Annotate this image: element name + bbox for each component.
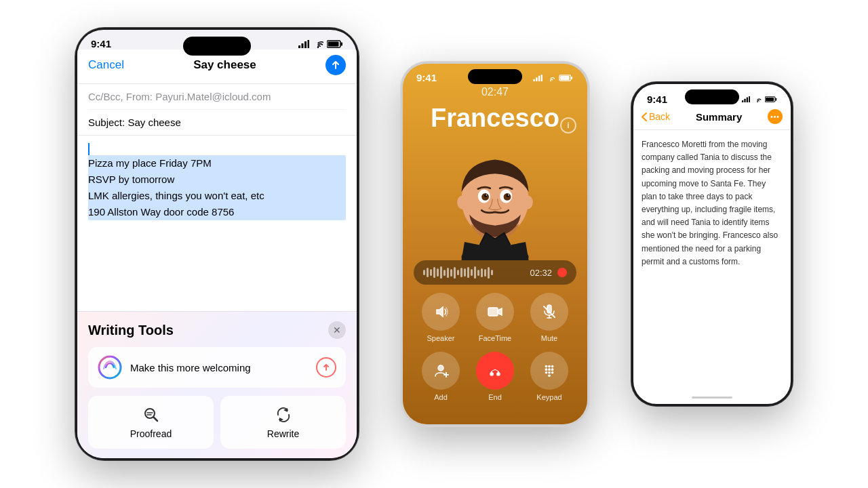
svg-point-34 bbox=[486, 195, 488, 196]
svg-line-10 bbox=[153, 418, 157, 422]
battery-icon-call bbox=[559, 75, 574, 81]
wt-submit-button[interactable] bbox=[316, 357, 336, 378]
call-row-2: Add End bbox=[414, 352, 576, 401]
status-time-summary: 9:41 bbox=[647, 94, 667, 105]
subject-field[interactable]: Subject: Say cheese bbox=[88, 110, 346, 135]
wave-bar bbox=[477, 270, 479, 276]
svg-point-27 bbox=[523, 196, 532, 209]
wt-suggestion-row[interactable]: Make this more welcoming bbox=[88, 347, 346, 388]
keypad-circle bbox=[530, 352, 568, 390]
svg-point-47 bbox=[548, 365, 551, 368]
svg-rect-56 bbox=[742, 100, 743, 102]
svg-rect-44 bbox=[490, 372, 493, 375]
subject-value: Say cheese bbox=[127, 117, 180, 128]
svg-point-35 bbox=[508, 195, 509, 196]
facetime-label: FaceTime bbox=[479, 334, 512, 342]
svg-rect-16 bbox=[536, 77, 538, 81]
mute-button[interactable]: Mute bbox=[530, 293, 568, 342]
status-time-call: 9:41 bbox=[416, 72, 437, 83]
signal-icon-call bbox=[533, 75, 542, 81]
status-icons-summary bbox=[742, 96, 777, 102]
call-header: 02:47 i bbox=[403, 83, 587, 98]
svg-rect-59 bbox=[749, 96, 750, 102]
mail-body[interactable]: Pizza my place Friday 7PM RSVP by tomorr… bbox=[77, 136, 357, 311]
facetime-circle bbox=[476, 293, 514, 331]
dynamic-island-mail bbox=[183, 37, 251, 56]
svg-point-52 bbox=[545, 371, 548, 374]
wave-bar bbox=[454, 267, 456, 279]
back-chevron-icon bbox=[642, 113, 647, 121]
proofread-button[interactable]: Proofread bbox=[88, 396, 214, 449]
svg-rect-58 bbox=[747, 98, 748, 103]
dynamic-island-call bbox=[468, 69, 522, 84]
mute-label: Mute bbox=[541, 334, 557, 342]
phone-call-inner: 9:41 bbox=[403, 64, 587, 424]
wave-bar bbox=[437, 268, 439, 277]
call-screen: 9:41 bbox=[403, 64, 587, 424]
call-name: Francesco bbox=[403, 98, 587, 138]
cancel-button[interactable]: Cancel bbox=[88, 58, 124, 72]
subject-label: Subject: bbox=[88, 117, 125, 128]
proofread-label: Proofread bbox=[130, 428, 172, 439]
wave-bar bbox=[491, 270, 493, 275]
wave-bar bbox=[481, 268, 483, 277]
rec-time: 02:32 bbox=[530, 268, 552, 278]
phone-summary: 9:41 bbox=[631, 81, 793, 407]
svg-point-50 bbox=[548, 368, 551, 371]
add-icon bbox=[433, 363, 449, 379]
keypad-button[interactable]: Keypad bbox=[530, 352, 568, 401]
status-icons-mail bbox=[298, 40, 343, 48]
svg-rect-62 bbox=[775, 98, 776, 101]
writing-tools-icon bbox=[98, 355, 122, 380]
add-button[interactable]: Add bbox=[422, 352, 460, 401]
svg-rect-22 bbox=[560, 76, 569, 80]
svg-point-51 bbox=[551, 368, 554, 371]
writing-tools-panel: Writing Tools ✕ bbox=[77, 311, 357, 458]
facetime-button[interactable]: FaceTime bbox=[476, 293, 514, 342]
svg-point-4 bbox=[317, 46, 319, 47]
facetime-icon bbox=[487, 304, 503, 320]
rewrite-button[interactable]: Rewrite bbox=[220, 396, 346, 449]
wave-bar bbox=[471, 269, 473, 276]
svg-point-55 bbox=[548, 375, 551, 378]
summary-nav: Back Summary ••• bbox=[633, 105, 791, 130]
wave-bar bbox=[460, 268, 462, 277]
phone-summary-inner: 9:41 bbox=[633, 84, 791, 404]
add-label: Add bbox=[434, 393, 448, 401]
call-info-button[interactable]: i bbox=[560, 117, 576, 134]
body-line-3: LMK allergies, things you won't eat, etc bbox=[88, 188, 346, 204]
keypad-icon bbox=[542, 363, 557, 378]
more-button[interactable]: ••• bbox=[768, 109, 783, 124]
wifi-icon-summary bbox=[753, 96, 762, 102]
phone-mail-inner: 9:41 bbox=[77, 30, 357, 458]
status-time-mail: 9:41 bbox=[91, 38, 111, 49]
svg-point-41 bbox=[438, 365, 443, 371]
call-row-1: Speaker FaceTime bbox=[414, 293, 576, 342]
speaker-button[interactable]: Speaker bbox=[422, 293, 460, 342]
end-circle bbox=[476, 352, 514, 390]
back-button[interactable]: Back bbox=[642, 111, 670, 122]
svg-point-19 bbox=[550, 80, 551, 81]
svg-point-49 bbox=[545, 368, 548, 371]
recording-bar: 02:32 bbox=[414, 260, 576, 285]
svg-rect-15 bbox=[533, 79, 535, 81]
svg-point-60 bbox=[757, 101, 758, 102]
home-indicator-summary bbox=[633, 396, 791, 404]
mute-icon bbox=[541, 304, 557, 320]
speaker-icon bbox=[433, 304, 449, 320]
wave-bar bbox=[467, 267, 469, 278]
proofread-icon bbox=[142, 405, 161, 424]
wave-bar bbox=[450, 269, 452, 277]
writing-tools-close-button[interactable]: ✕ bbox=[328, 321, 346, 339]
wave-bar bbox=[464, 268, 466, 277]
speaker-circle bbox=[422, 293, 460, 331]
end-label: End bbox=[488, 393, 502, 401]
cc-bcc-field[interactable]: Cc/Bcc, From: Payuri.Matel@icloud.com bbox=[88, 84, 346, 110]
svg-point-32 bbox=[484, 194, 488, 197]
send-button[interactable] bbox=[326, 55, 346, 75]
status-icons-call bbox=[533, 75, 574, 81]
svg-point-54 bbox=[551, 371, 554, 374]
svg-rect-21 bbox=[571, 76, 572, 79]
send-icon bbox=[331, 60, 340, 70]
end-button[interactable]: End bbox=[476, 352, 514, 401]
